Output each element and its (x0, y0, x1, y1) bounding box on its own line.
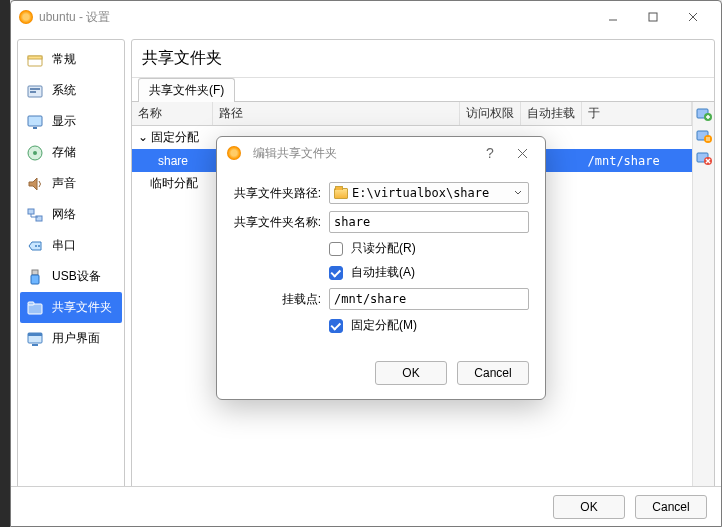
panel-tabs: 共享文件夹(F) (132, 78, 714, 102)
path-label: 共享文件夹路径: (233, 185, 321, 202)
system-icon (26, 82, 44, 100)
edit-share-dialog: 编辑共享文件夹 ? 共享文件夹路径: E:\virtualbox\share 共… (216, 136, 546, 400)
cancel-button[interactable]: Cancel (635, 495, 707, 519)
permanent-label: 固定分配(M) (351, 317, 417, 334)
svg-marker-13 (29, 178, 37, 190)
dialog-cancel-button[interactable]: Cancel (457, 361, 529, 385)
col-at[interactable]: 于 (582, 102, 692, 126)
col-automount[interactable]: 自动挂载 (521, 102, 582, 126)
table-side-toolbar (692, 102, 714, 519)
col-name[interactable]: 名称 (132, 102, 212, 126)
interface-icon (26, 330, 44, 348)
storage-icon (26, 144, 44, 162)
window-title: ubuntu - 设置 (39, 9, 110, 26)
svg-rect-9 (28, 116, 42, 126)
dialog-title: 编辑共享文件夹 (253, 145, 337, 162)
sidebar-item-usb[interactable]: USB设备 (20, 261, 122, 292)
sidebar-item-label: 显示 (52, 113, 76, 130)
app-icon (19, 10, 33, 24)
tab-shared-folders[interactable]: 共享文件夹(F) (138, 78, 235, 102)
col-access[interactable]: 访问权限 (460, 102, 521, 126)
name-label: 共享文件夹名称: (233, 214, 321, 231)
dialog-titlebar[interactable]: 编辑共享文件夹 ? (217, 137, 545, 169)
window-footer: OK Cancel (11, 486, 721, 526)
general-icon (26, 51, 44, 69)
automount-checkbox[interactable] (329, 266, 343, 280)
tree-expand-icon[interactable]: ⌄ (138, 130, 148, 144)
display-icon (26, 113, 44, 131)
network-icon (26, 206, 44, 224)
svg-rect-20 (31, 275, 39, 284)
dialog-help-button[interactable]: ? (477, 140, 503, 166)
remove-share-button[interactable] (695, 148, 713, 166)
sidebar-item-interface[interactable]: 用户界面 (20, 323, 122, 354)
svg-point-18 (38, 245, 40, 247)
panel-heading: 共享文件夹 (132, 40, 714, 78)
sidebar-item-serial[interactable]: 串口 (20, 230, 122, 261)
dialog-close-button[interactable] (509, 140, 535, 166)
sidebar-item-system[interactable]: 系统 (20, 75, 122, 106)
svg-point-17 (35, 245, 37, 247)
svg-rect-14 (28, 209, 34, 214)
svg-rect-7 (30, 88, 40, 90)
permanent-checkbox[interactable] (329, 319, 343, 333)
mountpoint-label: 挂载点: (233, 291, 321, 308)
sidebar-item-label: 串口 (52, 237, 76, 254)
window-close-button[interactable] (673, 3, 713, 31)
svg-rect-5 (28, 56, 42, 59)
svg-rect-22 (28, 302, 34, 305)
svg-rect-19 (32, 270, 38, 275)
shared-folders-icon (26, 299, 44, 317)
svg-rect-8 (30, 91, 36, 93)
sidebar-item-general[interactable]: 常规 (20, 44, 122, 75)
sidebar-item-label: 声音 (52, 175, 76, 192)
cell-at: /mnt/share (582, 149, 692, 172)
svg-point-12 (33, 151, 37, 155)
add-share-button[interactable] (695, 104, 713, 122)
audio-icon (26, 175, 44, 193)
settings-window: ubuntu - 设置 常规 系统 (10, 0, 722, 527)
sidebar-item-label: 共享文件夹 (52, 299, 112, 316)
dialog-ok-button[interactable]: OK (375, 361, 447, 385)
path-combobox[interactable]: E:\virtualbox\share (329, 182, 529, 204)
usb-icon (26, 268, 44, 286)
mountpoint-input[interactable] (329, 288, 529, 310)
sidebar-item-shared-folders[interactable]: 共享文件夹 (20, 292, 122, 323)
sidebar-item-label: 存储 (52, 144, 76, 161)
sidebar-item-storage[interactable]: 存储 (20, 137, 122, 168)
folder-icon (334, 188, 348, 199)
serial-icon (26, 237, 44, 255)
readonly-checkbox[interactable] (329, 242, 343, 256)
sidebar-item-label: USB设备 (52, 268, 101, 285)
sidebar-item-label: 常规 (52, 51, 76, 68)
sidebar-item-display[interactable]: 显示 (20, 106, 122, 137)
sidebar-item-label: 用户界面 (52, 330, 100, 347)
sidebar-item-network[interactable]: 网络 (20, 199, 122, 230)
window-titlebar[interactable]: ubuntu - 设置 (11, 1, 721, 33)
name-input[interactable] (329, 211, 529, 233)
svg-rect-24 (28, 333, 42, 336)
sidebar-item-audio[interactable]: 声音 (20, 168, 122, 199)
readonly-label: 只读分配(R) (351, 240, 416, 257)
window-maximize-button[interactable] (633, 3, 673, 31)
automount-label: 自动挂载(A) (351, 264, 415, 281)
window-minimize-button[interactable] (593, 3, 633, 31)
cell-name: share (132, 149, 212, 172)
svg-rect-1 (649, 13, 657, 21)
edit-share-button[interactable] (695, 126, 713, 144)
sidebar-item-label: 网络 (52, 206, 76, 223)
col-path[interactable]: 路径 (212, 102, 460, 126)
svg-rect-25 (32, 344, 38, 346)
svg-rect-10 (33, 127, 37, 129)
ok-button[interactable]: OK (553, 495, 625, 519)
dialog-icon (227, 146, 241, 160)
settings-sidebar: 常规 系统 显示 存储 (17, 39, 125, 520)
chevron-down-icon (512, 186, 524, 201)
sidebar-item-label: 系统 (52, 82, 76, 99)
svg-rect-32 (706, 137, 710, 141)
path-value: E:\virtualbox\share (352, 186, 489, 200)
